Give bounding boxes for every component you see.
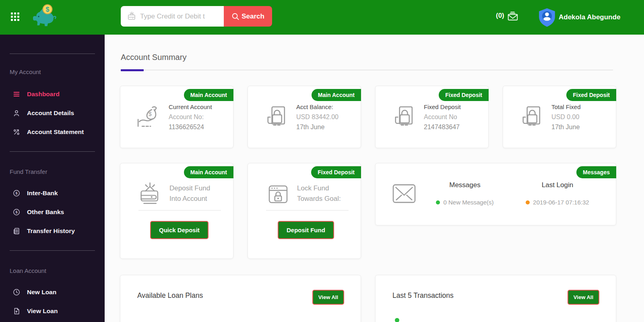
svg-text:$: $ [15, 191, 17, 195]
bag-document-icon [257, 103, 296, 131]
notifications-button[interactable]: (0) [496, 10, 519, 22]
card-badge: Messages [576, 166, 616, 178]
action-card-deposit-fund: Main Account Deposit Fund Into Account Q… [120, 163, 233, 259]
user-menu[interactable]: Adekola Abegunde [537, 7, 620, 27]
sidebar: My Account Dashboard Account Details Acc… [0, 35, 105, 322]
sidebar-divider [10, 250, 95, 251]
card-line: 17th June [296, 122, 339, 132]
lock-window-icon [265, 182, 291, 208]
svg-text:$: $ [46, 6, 50, 13]
card-title: Last 5 Transactions [392, 291, 454, 300]
sidebar-item-label: Inter-Bank [27, 190, 58, 197]
sidebar-item-label: Account Details [27, 109, 74, 117]
search-button[interactable]: Search [224, 6, 272, 27]
mail-icon [507, 10, 519, 22]
sidebar-item-account-statement[interactable]: Account Statement [0, 122, 105, 141]
card-badge: Fixed Deposit [566, 89, 616, 101]
money-bag-hand-icon: $ [129, 103, 169, 131]
card-title: Available Loan Plans [137, 291, 203, 300]
avatar-shield-icon [537, 7, 557, 27]
card-line: USD 83442.00 [296, 112, 339, 122]
bag-document-icon [512, 103, 551, 131]
sidebar-section-label: My Account [10, 68, 41, 76]
sidebar-item-inter-bank[interactable]: $ Inter-Bank [0, 184, 105, 202]
card-badge: Main Account [312, 89, 361, 101]
sidebar-divider [10, 54, 95, 54]
sidebar-item-other-banks[interactable]: $ Other Banks [0, 202, 105, 221]
card-badge: Fixed Deposit [311, 166, 361, 178]
deposit-fund-button[interactable]: Deposit Fund [278, 221, 334, 239]
card-line: USD 0.00 [551, 112, 581, 122]
card-line: Acct Balance: [296, 102, 339, 112]
piggy-bank-logo[interactable]: $ [31, 4, 56, 30]
card-badge: Main Account [184, 89, 233, 101]
user-icon [12, 109, 21, 117]
sidebar-item-account-details[interactable]: Account Details [0, 103, 105, 122]
view-all-loans-button[interactable]: View All [312, 290, 344, 305]
card-line: 1136626524 [169, 122, 212, 132]
title-underline [121, 69, 613, 71]
sidebar-item-transfer-history[interactable]: Transfer History [0, 221, 105, 240]
search-button-label: Search [242, 12, 264, 21]
view-all-transactions-button[interactable]: View All [568, 290, 599, 305]
summary-card-fixed-deposit: Fixed Deposit Fixed Deposit Account No 2… [375, 86, 489, 148]
card-line: Into Account [169, 194, 210, 204]
card-line: Total Fixed [551, 102, 581, 112]
user-name: Adekola Abegunde [559, 13, 620, 21]
sidebar-divider [10, 151, 95, 152]
messages-column: Messages 0 New Message(s) [429, 181, 501, 206]
search-bar: Search [121, 6, 272, 27]
card-line: Lock Fund [297, 183, 341, 194]
card-divider [138, 210, 221, 211]
menu-icon [12, 90, 21, 98]
sidebar-item-label: Other Banks [27, 208, 64, 216]
sidebar-section-label: Loan Account [10, 267, 46, 275]
last-login-value: 2019-06-17 07:16:32 [533, 199, 589, 206]
file-arrow-icon [12, 307, 21, 315]
document-icon [12, 227, 21, 235]
sidebar-item-view-loan[interactable]: View Loan [0, 301, 105, 320]
green-dot-icon [436, 200, 440, 204]
card-line: 17th June [551, 122, 581, 132]
messages-value: 0 New Message(s) [443, 199, 493, 206]
svg-text:$: $ [149, 111, 152, 117]
summary-card-current-account: Main Account $ Current Account Account N… [120, 86, 233, 148]
clock-icon [12, 288, 21, 296]
card-line: Towards Goal: [297, 194, 341, 204]
orange-dot-icon [526, 200, 530, 204]
sidebar-item-label: Dashboard [27, 91, 60, 98]
summary-card-total-fixed: Fixed Deposit Total Fixed USD 0.00 17th … [503, 86, 616, 148]
apps-grid-icon[interactable] [11, 12, 19, 21]
action-card-lock-fund: Fixed Deposit Lock Fund Towards Goal: De… [248, 163, 361, 259]
card-line: Deposit Fund [169, 183, 210, 194]
percent-arrow-icon [12, 128, 21, 136]
bag-document-icon [384, 103, 424, 131]
quick-deposit-button[interactable]: Quick Deposit [150, 221, 208, 239]
title-underline-accent [121, 69, 144, 71]
available-loan-plans-card: Available Loan Plans View All [120, 275, 361, 322]
transaction-green-dot-icon [395, 318, 399, 322]
dollar-circle-icon: $ [12, 208, 21, 216]
card-line: Fixed Deposit [424, 102, 461, 112]
card-line: Account No [424, 112, 461, 122]
card-line: Account No: [169, 112, 212, 122]
sidebar-item-label: New Loan [27, 289, 56, 296]
sidebar-item-new-loan[interactable]: New Loan [0, 283, 105, 301]
sidebar-item-label: Transfer History [27, 227, 75, 235]
messages-card: Messages Messages 0 New Message(s) Last … [375, 163, 616, 225]
magnifier-icon [231, 12, 239, 21]
mail-count-badge: (0) [496, 12, 504, 20]
page-title: Account Summary [121, 53, 186, 62]
svg-text:$: $ [15, 210, 17, 214]
summary-card-acct-balance: Main Account Acct Balance: USD 83442.00 … [248, 86, 361, 148]
top-header: $ Search (0) [0, 0, 644, 35]
card-line: Current Account [169, 102, 212, 112]
dollar-circle-icon: $ [12, 189, 21, 197]
sidebar-section-label: Fund Transfer [10, 168, 47, 176]
wallet-deposit-icon [137, 182, 164, 208]
sidebar-item-label: Account Statement [27, 128, 84, 136]
last-5-transactions-card: Last 5 Transactions View All [375, 275, 616, 322]
card-divider [266, 210, 349, 211]
sidebar-item-dashboard[interactable]: Dashboard [0, 85, 105, 103]
card-badge: Main Account [184, 166, 233, 178]
